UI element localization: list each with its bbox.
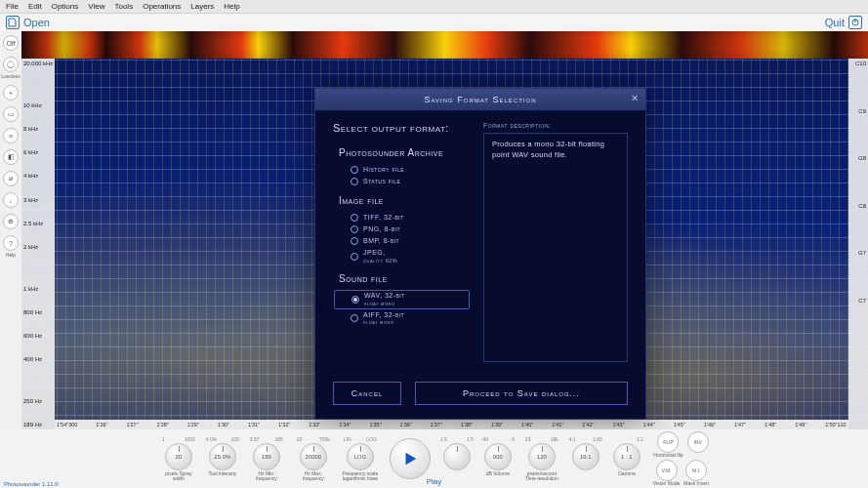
toggle-v.m.[interactable]: V.M. (656, 460, 678, 481)
layers-tool[interactable]: ≡ (3, 128, 19, 143)
menu-tools[interactable]: Tools (114, 2, 133, 11)
knob-3[interactable]: 20000 (300, 443, 327, 470)
menu-file[interactable]: File (6, 2, 19, 11)
radio-archive-0[interactable]: History file (333, 164, 470, 176)
freq-tick: 2 kHz (21, 244, 55, 250)
toggle-inv[interactable]: INV (687, 431, 709, 453)
dialog-title: Saving Format Selection (425, 95, 537, 104)
toggle-m.i.[interactable]: M.I. (685, 460, 707, 481)
time-tick: 1'31" (248, 422, 260, 427)
knob-range: LINLOG (344, 436, 377, 442)
knob-4[interactable]: LOG (347, 443, 374, 470)
radio-icon (351, 237, 358, 245)
time-tick: 1'36" (400, 422, 412, 427)
knob-range: 1.51.5 (440, 436, 474, 442)
open-button[interactable]: Open (6, 16, 50, 29)
knob-label: pixels Spray width (159, 471, 198, 482)
time-tick: 1'32" (278, 422, 290, 427)
menu-options[interactable]: Options (52, 2, 79, 11)
knob-6[interactable]: 000 (484, 443, 512, 470)
knob-range: -40-3 (481, 436, 515, 442)
time-tick: 1'27" (126, 422, 138, 427)
dialog-titlebar[interactable]: Saving Format Selection ✕ (315, 89, 645, 110)
frequency-axis: 20,000 kHz10 kHz8 kHz6 kHz4 kHz3 kHz2.5 … (21, 59, 55, 429)
time-tick: 1'42" (582, 422, 594, 427)
radio-label: JPEG,quality 92% (363, 249, 397, 264)
radio-sound-1[interactable]: AIFF, 32-bitfloat mono (333, 309, 470, 328)
radio-label: Status file (363, 178, 400, 185)
knob-range: 2318k (525, 436, 558, 442)
rect-tool[interactable]: ▭ (3, 106, 19, 122)
time-tick: 1'30" (218, 422, 229, 427)
save-format-dialog: Saving Format Selection ✕ Select output … (314, 88, 646, 420)
menu-edit[interactable]: Edit (28, 2, 42, 11)
time-tick: 1'29" (187, 422, 199, 427)
radio-icon (351, 253, 358, 261)
open-label: Open (23, 17, 50, 28)
time-tick: 1'48" (765, 422, 776, 427)
spectrogram-viewport[interactable]: 20,000 kHz10 kHz8 kHz6 kHz4 kHz3 kHz2.5 … (21, 31, 868, 429)
add-button[interactable]: + (3, 85, 19, 101)
off-button[interactable]: Off (3, 35, 19, 51)
radio-icon (351, 214, 358, 222)
radio-image-3[interactable]: JPEG,quality 92% (333, 247, 470, 265)
section-image-label: Image file (339, 195, 470, 206)
freq-tick: 400 Hz (21, 356, 55, 362)
proceed-button[interactable]: Proceed to Save dialog... (415, 382, 628, 405)
freq-tick: 600 Hz (21, 333, 55, 339)
radio-icon (351, 166, 358, 174)
note-tick: C7 (848, 298, 868, 304)
knob-7[interactable]: 120 (528, 443, 556, 470)
lossless-button[interactable]: ◯ (3, 57, 19, 72)
time-tick: 1'26" (96, 422, 107, 427)
note-tick: C10 (848, 61, 868, 66)
menu-operations[interactable]: Operations (143, 2, 181, 11)
radio-image-0[interactable]: TIFF, 32-bit (333, 212, 470, 224)
close-icon[interactable]: ✕ (631, 93, 640, 103)
knob-range: 11000 (162, 436, 195, 442)
cancel-button[interactable]: Cancel (333, 382, 401, 405)
menu-view[interactable]: View (88, 2, 104, 11)
menu-help[interactable]: Help (224, 2, 239, 11)
toggle-flip[interactable]: FLIP (657, 431, 679, 453)
menu-layers[interactable]: Layers (190, 2, 214, 11)
measure-tool[interactable]: ⌀ (3, 171, 19, 186)
knob-2[interactable]: 189 (253, 443, 280, 470)
radio-label: BMP, 8-bit (363, 237, 399, 245)
time-tick: 1'45" (674, 422, 685, 427)
section-sound-label: Sound file (339, 273, 470, 284)
waveform-overview[interactable] (21, 31, 868, 59)
freq-tick: 1 kHz (21, 286, 55, 292)
left-toolbar: Off◯Lossless+▭≡◧⌀↓⊕?Help (0, 31, 21, 429)
radio-icon (351, 225, 358, 233)
radio-icon (351, 178, 358, 185)
knob-1[interactable]: 25.0% (209, 443, 236, 470)
radio-label: WAV, 32-bitfloat mono (364, 292, 405, 306)
radio-image-1[interactable]: PNG, 8-bit (333, 224, 470, 235)
radio-image-2[interactable]: BMP, 8-bit (333, 235, 470, 247)
radio-archive-1[interactable]: Status file (333, 176, 470, 187)
loop-tool[interactable]: ⊕ (3, 214, 19, 229)
knob-label: Hz Min. frequency (247, 471, 286, 482)
knob-8[interactable]: 16:1 (572, 443, 599, 470)
dialog-heading: Select output format: (333, 122, 470, 134)
freq-tick: 800 Hz (21, 309, 55, 315)
knob-5[interactable] (443, 443, 471, 470)
freq-tick: 189 Hz (21, 422, 55, 427)
play-button[interactable] (390, 438, 431, 479)
radio-sound-0[interactable]: WAV, 32-bitfloat mono (334, 290, 470, 308)
knob-label: pixels/second Time resolution (522, 471, 561, 482)
quit-button[interactable]: Quit (825, 16, 862, 29)
time-axis: 1'54"3001'26"1'27"1'28"1'29"1'30"1'31"1'… (55, 420, 848, 429)
palette-tool[interactable]: ◧ (3, 149, 19, 165)
download-tool[interactable]: ↓ (3, 192, 19, 208)
time-tick: 1'43" (612, 422, 624, 427)
note-tick: G8 (848, 155, 868, 161)
note-tick: C8 (848, 203, 868, 209)
format-description-text: Produces a mono 32-bit floating point WA… (483, 133, 628, 362)
toggle-label: Horizontal flip (653, 453, 682, 459)
radio-icon (351, 314, 358, 322)
knob-0[interactable]: 20 (165, 443, 192, 470)
help-button[interactable]: ? (3, 235, 19, 251)
knob-9[interactable]: 1 : 1 (613, 443, 641, 470)
